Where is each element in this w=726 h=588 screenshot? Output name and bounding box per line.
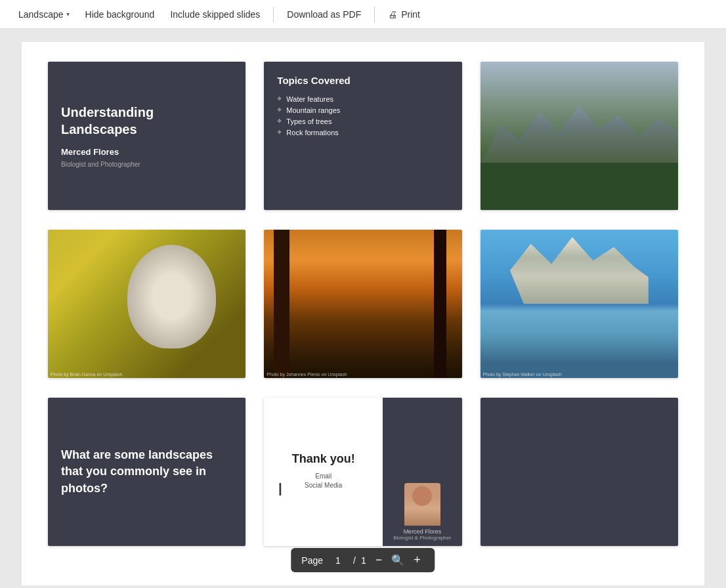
list-item: Types of trees xyxy=(277,117,448,125)
hide-bg-label: Hide background xyxy=(85,9,155,20)
hide-background-button[interactable]: Hide background xyxy=(77,5,163,24)
download-pdf-label: Download as PDF xyxy=(287,9,361,20)
thankyou-title: Thank you! xyxy=(292,452,355,466)
slide-1[interactable]: Understanding Landscapes Merced Flores B… xyxy=(48,62,246,210)
print-icon: 🖨 xyxy=(388,9,397,20)
include-skipped-label: Include skipped slides xyxy=(170,9,260,20)
thankyou-social: Social Media xyxy=(305,482,342,489)
thankyou-name: Merced Flores xyxy=(404,528,442,535)
landscape-dropdown[interactable]: Landscape ▾ xyxy=(11,5,77,24)
thankyou-email: Email xyxy=(315,472,331,480)
page-separator: / xyxy=(353,555,356,566)
owl-photo: Photo by Brian Garcia on Unsplash xyxy=(48,230,246,378)
avatar xyxy=(404,483,440,526)
download-pdf-button[interactable]: Download as PDF xyxy=(279,5,369,24)
page-number-input[interactable] xyxy=(328,555,348,566)
list-item: Water features xyxy=(277,95,448,103)
total-pages: 1 xyxy=(361,555,366,566)
slide-2-heading: Topics Covered xyxy=(277,75,448,86)
divider xyxy=(273,7,274,22)
thankyou-right: Merced Flores Biologist & Photographer xyxy=(383,398,462,546)
slide-2[interactable]: Topics Covered Water features Mountain r… xyxy=(264,62,461,210)
thankyou-left: Thank you! Email Social Media xyxy=(264,398,383,546)
zoom-icon: 🔍 xyxy=(391,554,404,566)
zoom-out-button[interactable]: − xyxy=(372,552,387,568)
slide-3[interactable]: Photo by Ivan Flores on Unsplash xyxy=(480,62,678,210)
include-skipped-button[interactable]: Include skipped slides xyxy=(162,5,268,24)
slide-1-caption: Biologist and Photographer xyxy=(61,161,232,168)
slide-7[interactable]: What are some landscapes that you common… xyxy=(48,398,246,546)
slide-1-title: Understanding Landscapes xyxy=(61,104,232,138)
slide-1-subtitle: Merced Flores xyxy=(61,147,232,157)
slides-grid: Understanding Landscapes Merced Flores B… xyxy=(48,62,678,546)
main-content: Understanding Landscapes Merced Flores B… xyxy=(0,29,726,588)
photo-credit-3: Photo by Ivan Flores on Unsplash xyxy=(483,204,552,209)
print-button[interactable]: 🖨 Print xyxy=(380,5,428,24)
landscape-label: Landscape xyxy=(18,9,64,20)
slides-container: Understanding Landscapes Merced Flores B… xyxy=(22,42,704,585)
slide-9[interactable] xyxy=(480,398,678,546)
photo-credit-4: Photo by Brian Garcia on Unsplash xyxy=(51,372,122,377)
zoom-in-button[interactable]: + xyxy=(410,552,425,568)
slide-4[interactable]: Photo by Brian Garcia on Unsplash xyxy=(48,230,246,378)
slide-6[interactable]: Photo by Stephan Walker on Unsplash xyxy=(480,230,678,378)
page-controls: Page / 1 − 🔍 + xyxy=(291,548,435,572)
print-label: Print xyxy=(401,9,420,20)
slide-8[interactable]: Thank you! Email Social Media Merced Flo… xyxy=(264,398,461,546)
thankyou-container: Thank you! Email Social Media Merced Flo… xyxy=(264,398,461,546)
slide-7-text: What are some landscapes that you common… xyxy=(61,447,232,497)
list-item: Rock formations xyxy=(277,129,448,136)
thankyou-role: Biologist & Photographer xyxy=(393,535,452,541)
lake-photo: Photo by Stephan Walker on Unsplash xyxy=(480,230,678,378)
divider2 xyxy=(374,7,375,22)
toolbar: Landscape ▾ Hide background Include skip… xyxy=(0,0,726,29)
chevron-down-icon: ▾ xyxy=(66,10,70,18)
photo-credit-6: Photo by Stephan Walker on Unsplash xyxy=(483,372,562,377)
photo-credit-5: Photo by Johannes Plenio on Unsplash xyxy=(267,372,347,377)
forest-photo: Photo by Johannes Plenio on Unsplash xyxy=(264,230,461,378)
slide-2-list: Water features Mountain ranges Types of … xyxy=(277,95,448,136)
page-label: Page xyxy=(301,555,323,566)
list-item: Mountain ranges xyxy=(277,106,448,114)
mountain-photo: Photo by Ivan Flores on Unsplash xyxy=(480,62,678,210)
slide-5[interactable]: Photo by Johannes Plenio on Unsplash xyxy=(264,230,461,378)
